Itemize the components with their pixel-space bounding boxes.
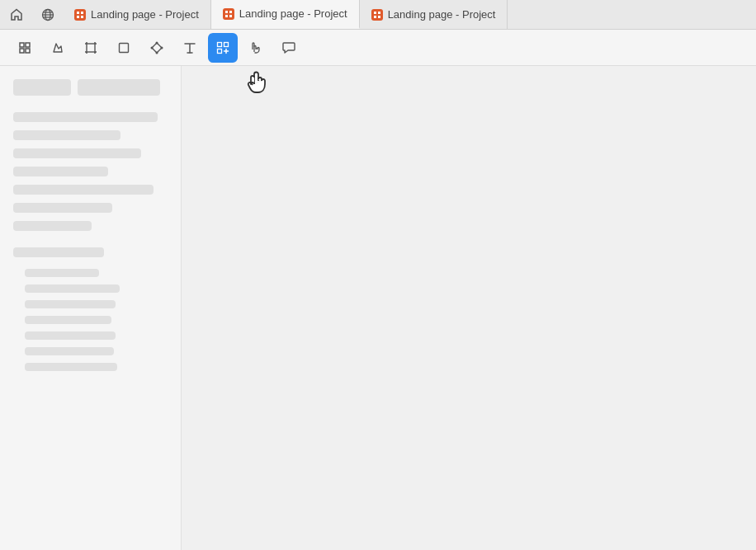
skeleton-nested-3	[25, 300, 116, 308]
skeleton-line-4	[13, 167, 108, 176]
skeleton-line-2	[13, 130, 120, 140]
hand-tool-button[interactable]	[241, 33, 271, 63]
svg-rect-30	[120, 43, 129, 52]
tab-2-label: Landing page - Project	[239, 7, 347, 20]
main-content	[0, 66, 756, 550]
svg-point-33	[156, 51, 158, 54]
text-icon	[182, 40, 197, 55]
svg-point-34	[151, 46, 154, 49]
comment-tool-button[interactable]	[274, 33, 304, 63]
svg-point-32	[161, 46, 163, 49]
frame-tool-button[interactable]	[76, 33, 106, 63]
svg-rect-11	[225, 15, 228, 17]
skeleton-nested-4	[25, 316, 111, 324]
svg-rect-16	[378, 16, 380, 18]
hand-icon	[248, 40, 263, 55]
svg-rect-20	[26, 49, 30, 53]
pen-tool-button[interactable]	[142, 33, 172, 63]
svg-rect-5	[77, 12, 79, 14]
skeleton-nested-2	[25, 284, 120, 293]
svg-rect-17	[20, 43, 24, 47]
skeleton-btn-2	[78, 79, 160, 96]
home-icon	[9, 7, 24, 22]
left-panel	[0, 66, 182, 550]
insert-component-tool-button[interactable]	[208, 33, 238, 63]
skeleton-btn-1	[13, 79, 71, 96]
skeleton-line-5	[13, 185, 154, 195]
frame-icon	[83, 40, 98, 55]
svg-rect-7	[77, 16, 79, 18]
svg-rect-9	[225, 11, 228, 13]
skeleton-nested-7	[25, 363, 117, 371]
tab-1-icon	[74, 9, 86, 21]
canvas-area[interactable]	[182, 66, 756, 550]
skeleton-line-6	[13, 203, 112, 213]
move-tool-button[interactable]	[43, 33, 73, 63]
tab-bar: Landing page - Project Landing page - Pr…	[0, 0, 756, 30]
svg-rect-14	[378, 12, 380, 14]
tab-1-label: Landing page - Project	[91, 8, 199, 21]
shape-tool-button[interactable]	[109, 33, 139, 63]
skeleton-nested-5	[25, 331, 116, 340]
tab-3-label: Landing page - Project	[388, 8, 496, 21]
svg-rect-8	[81, 16, 83, 18]
skeleton-lines-group-1	[13, 112, 168, 231]
svg-rect-21	[87, 44, 95, 52]
skeleton-section-header	[13, 247, 104, 257]
toolbar	[0, 30, 756, 66]
svg-rect-6	[81, 12, 83, 14]
skeleton-line-1	[13, 112, 158, 122]
pen-icon	[149, 40, 164, 55]
svg-rect-13	[374, 12, 376, 14]
svg-rect-15	[374, 16, 376, 18]
text-tool-button[interactable]	[175, 33, 205, 63]
component-tool-button[interactable]	[10, 33, 40, 63]
svg-rect-18	[26, 43, 30, 47]
svg-rect-10	[229, 11, 232, 13]
tab-2[interactable]: Landing page - Project	[211, 0, 360, 29]
svg-rect-19	[20, 49, 24, 53]
skeleton-nested-6	[25, 347, 114, 355]
tab-1[interactable]: Landing page - Project	[63, 0, 211, 29]
component-icon	[17, 40, 32, 55]
tab-2-icon	[223, 8, 234, 20]
shape-icon	[116, 40, 131, 55]
globe-icon	[41, 8, 54, 21]
svg-rect-12	[229, 15, 232, 17]
move-icon	[50, 40, 65, 55]
insert-component-icon	[215, 40, 230, 55]
skeleton-line-7	[13, 221, 92, 231]
tab-3[interactable]: Landing page - Project	[360, 0, 508, 29]
svg-point-31	[156, 41, 158, 44]
tab-3-icon	[371, 9, 383, 21]
svg-rect-37	[218, 49, 222, 53]
top-buttons-skeleton	[13, 79, 168, 96]
globe-button[interactable]	[33, 0, 63, 29]
comment-icon	[281, 40, 296, 55]
skeleton-nested-1	[25, 269, 99, 277]
skeleton-line-3	[13, 148, 141, 158]
svg-rect-35	[218, 42, 222, 46]
home-button[interactable]	[0, 0, 33, 29]
skeleton-nested-group	[13, 269, 168, 371]
svg-rect-36	[224, 42, 229, 46]
